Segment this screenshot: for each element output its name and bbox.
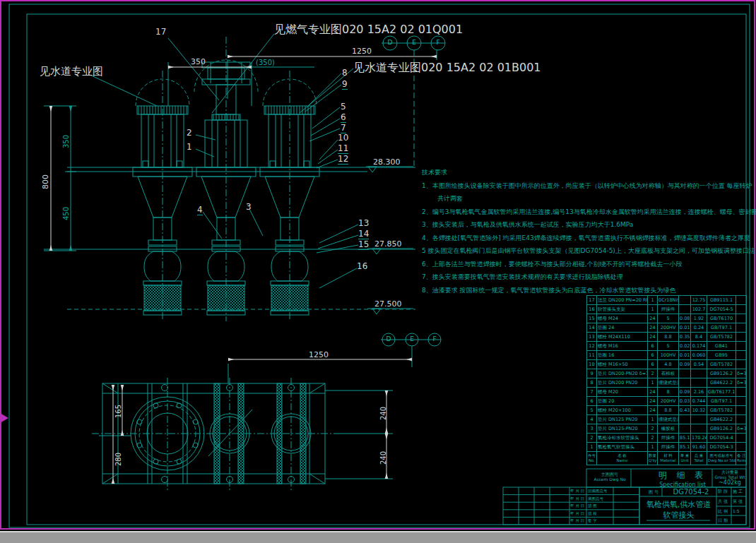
dim-plan-top: 1250 [309, 350, 329, 359]
ref-water-right-label: 见水道专业图020 15A2 02 01B001 [353, 61, 541, 76]
total-wt-label-cn: 共计重量 [714, 470, 746, 475]
parts-row: 9垫片 DN200-PN20 δ=32石棉板GB9126.2δ=3 [587, 369, 747, 378]
parts-row: 16软管接头支架1焊接件102.7DG7054-5 [587, 305, 747, 314]
note-line: 6、上部各法兰与管道焊接时，要使螺栓不与接头部分相碰,个别绕不开的可将螺栓截去一… [422, 258, 747, 271]
parts-row: 17法兰 DN200 PN=20 RF10Cr18Ni912.75GB9115.… [587, 296, 747, 305]
datum-e2: E [406, 335, 418, 342]
parts-row: 1氧枪氧气软管接头1焊接件85.1291.60DG7054-3 [587, 443, 747, 452]
balloon-5: 5 [341, 102, 346, 112]
parts-row: 2氧枪冷却水软管接头2焊接件85.12170.24DG7054-4 [587, 434, 747, 443]
dim-front-top: 350 [191, 57, 206, 66]
dim-front-left-total: 800 [41, 174, 50, 189]
dim-front-top-total: 1250 [352, 47, 372, 56]
balloon-1: 1 [187, 142, 192, 152]
parts-row: 11垫圈 166100HV0.01<0.060GB95 [587, 351, 747, 360]
balloon-11: 11 [338, 143, 348, 154]
dim-plan-left-lower: 280 [114, 453, 122, 466]
dim-plan-right-lower: 240 [379, 451, 387, 465]
balloon-16: 16 [357, 261, 367, 271]
taskbar-strip [0, 531, 756, 543]
drawing-title-line1: 氧枪供氧,供水管道 [641, 499, 716, 510]
dwg-no-value: DG7054-2 [663, 488, 719, 496]
notes-body: 1、本图所绘接头设备除安装于图中所示的位置外，尚应装于（以转炉中心线为对称轴）与… [422, 179, 747, 297]
tb-cell-label: 日 期 [718, 518, 731, 523]
dim-front-left-upper: 350 [62, 135, 70, 148]
datum-f: F [432, 39, 444, 46]
sig-date-cell: 年 月 日 [570, 496, 586, 501]
datum-d2: D [382, 335, 395, 342]
balloon-17: 17 [155, 27, 166, 37]
balloon-10: 10 [338, 133, 348, 143]
parts-row: 12螺母 M16650.0290.174GB41 [587, 342, 747, 351]
balloon-8: 8 [342, 68, 348, 78]
parts-row: 6垫圈 2024200HV0.0310.744GB/T97.1 [587, 397, 747, 406]
notes-title: 技术要求 [422, 166, 747, 179]
list-footer: 主图图号 Assem Dwg No 明 细 表 Specification li… [586, 469, 746, 487]
title-block: 图 号 DG7054-2 氧枪供氧,供水管道 软管接头 阶 段施 工共 张第 张… [639, 487, 746, 525]
note-line: 3、接头安装后，与氧枪及供氧供水系统一起试压，实验压力均大于1.6MPa [422, 218, 747, 232]
dim-front-top-ref: (350) [256, 59, 275, 66]
sig-label-cell: 旧底图总号 [588, 489, 613, 494]
note-line: 7、接头安装需要按氧气管道安装技术规程的有关要求进行脱脂除锈处理 [422, 270, 747, 284]
tb-cell-label: 比 例 [718, 508, 731, 513]
sig-label-cell: 描 图 [588, 503, 613, 508]
total-wt-label-en: Gross Total Wt [714, 475, 746, 479]
note-line: 1、本图所绘接头设备除安装于图中所示的位置外，尚应装于（以转炉中心线为对称轴）与… [422, 179, 747, 193]
parts-header-row: 件号No.名 称Name数量Q'ty材 料Material单 重Unit总 重T… [587, 452, 747, 465]
total-wt-value: ~402kg [714, 479, 746, 486]
viewport-marker-icon [0, 413, 8, 423]
tb-cell-label: 共 张 [718, 499, 731, 503]
elevation-mid: 27.850 [374, 239, 402, 249]
parts-row: 13螺栓 M24X110248.80.358.4GB/T5782 [587, 333, 747, 342]
assem-dwg-label-cn: 主图图号 [589, 472, 631, 477]
parts-row: 4垫片 DN125 PN201缠绕式垫片GB4622.2 [587, 415, 747, 424]
elevation-bottom: 27.500 [374, 299, 402, 309]
parts-row: 14垫圈 2424200HV0.010.24GB/T97.1 [587, 323, 747, 333]
datum-e: E [408, 39, 420, 46]
ref-gas-label: 见燃气专业图020 15A2 02 01Q001 [274, 23, 463, 37]
balloon-12: 12 [338, 154, 348, 165]
parts-row: 15螺母 M242450.081.92GB/T6170 [587, 314, 747, 323]
balloon-14: 14 [358, 229, 369, 239]
parts-row: 5螺栓 M20×100248.80.4310.32GB/T5782 [587, 406, 747, 415]
balloon-13: 13 [358, 218, 369, 228]
balloon-7: 7 [341, 123, 346, 133]
tb-cell-value: 施 工 [733, 489, 745, 494]
balloon-9: 9 [342, 79, 348, 90]
dwg-no-label: 图 号 [644, 489, 663, 494]
sig-label-cell: 描 校 [588, 511, 613, 516]
sig-date-cell: 年 月 日 [570, 503, 586, 508]
balloon-3: 3 [246, 202, 252, 212]
dim-plan-right-upper: 240 [379, 407, 387, 420]
dim-front-left-lower: 450 [62, 207, 70, 220]
sig-date-cell: 年 月 日 [570, 511, 586, 516]
sig-date-cell: 年 月 日 [570, 489, 586, 494]
datum-d: D [384, 39, 396, 46]
note-line: 共计两套 [422, 192, 747, 205]
note-line: 2、编号3与氧枪氧气金属软管均采用法兰连接,编号13与氧枪冷却水金属软管均采用法… [422, 205, 747, 219]
datum-f2: F [428, 335, 441, 342]
balloon-4: 4 [197, 205, 203, 215]
parts-row: 7螺母 M202480.092.16GB/T6177.1 [587, 388, 747, 397]
drawing-title-line2: 软管接头 [641, 510, 716, 520]
assem-dwg-label-en: Assem Dwg No [589, 477, 631, 482]
sig-date-cell: 年 月 日 [570, 518, 586, 523]
balloon-2: 2 [187, 128, 192, 138]
balloon-15: 15 [358, 239, 369, 250]
ref-water-left-label: 见水道专业图 [40, 65, 103, 78]
parts-row: 10螺栓 M16×5064.80.090.54GB/T5782 [587, 360, 747, 369]
parts-row: 8垫片 DN200 PN201缠绕式垫片GB4622.2δ=3 [587, 378, 747, 388]
dim-plan-left-upper: 165 [114, 405, 122, 418]
sig-label-cell: 底图总号 [588, 496, 613, 501]
tb-cell-label: 阶 段 [718, 489, 731, 494]
parts-row: 3垫片 DN125-PN202橡胶板GB9126.2δ=3 [587, 424, 747, 434]
note-line: 5 接头固定在氧枪阀门后是由钢平台软管接头支架（见图DG7054-5)上，大座底… [422, 244, 747, 258]
tb-cell-value: 1:5 [733, 508, 745, 513]
sig-label-cell: 签 字 [588, 518, 613, 523]
technical-notes: 技术要求 1、本图所绘接头设备除安装于图中所示的位置外，尚应装于（以转炉中心线为… [422, 166, 747, 297]
note-line: 4、各焊接处[氧气管道除外] 均采用E43焊条连续焊接，氧气管道需执行不锈钢焊接… [422, 232, 747, 245]
tb-cell-value: 第 张 [733, 499, 745, 503]
signature-grid: 年 月 日年 月 日年 月 日年 月 日年 月 日旧底图总号底图总号描 图描 校… [503, 487, 639, 525]
balloon-6: 6 [341, 112, 346, 123]
elevation-top: 28.300 [373, 157, 401, 167]
